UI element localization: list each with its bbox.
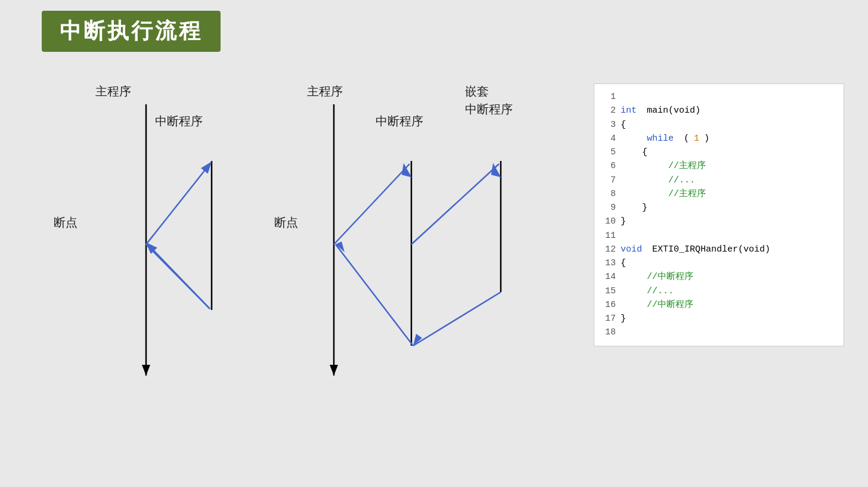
code-text: while bbox=[647, 132, 674, 145]
code-text: //... bbox=[647, 284, 674, 298]
line-number: 2 bbox=[604, 104, 616, 117]
code-panel: 1 2int main(void)3{4 while (1)5 {6 //主程序… bbox=[594, 83, 844, 346]
code-text bbox=[621, 284, 642, 298]
code-text bbox=[621, 159, 664, 173]
code-line: 11 bbox=[604, 229, 834, 243]
code-line: 10} bbox=[604, 215, 834, 228]
line-number: 12 bbox=[604, 243, 616, 256]
line-number: 16 bbox=[604, 298, 616, 312]
code-line: 18 bbox=[604, 325, 834, 339]
code-text bbox=[621, 229, 626, 243]
code-text: main(void) bbox=[647, 104, 700, 117]
code-line: 16 //中断程序 bbox=[604, 298, 834, 312]
code-text bbox=[621, 132, 642, 145]
code-text: int bbox=[621, 104, 642, 117]
svg-marker-7 bbox=[330, 365, 338, 376]
code-text: } bbox=[621, 201, 647, 215]
code-text: } bbox=[621, 215, 626, 228]
svg-marker-1 bbox=[142, 365, 150, 376]
code-line: 17} bbox=[604, 312, 834, 325]
code-text: { bbox=[621, 145, 647, 159]
code-text: EXTI0_IRQHandler(void) bbox=[647, 243, 770, 256]
line-number: 4 bbox=[604, 132, 616, 145]
svg-marker-17 bbox=[413, 334, 422, 346]
line-number: 10 bbox=[604, 215, 616, 228]
code-line: 15 //... bbox=[604, 284, 834, 298]
diagram1-svg bbox=[54, 83, 244, 393]
code-line: 7 //... bbox=[604, 173, 834, 187]
code-text: 1 bbox=[694, 132, 699, 145]
code-line: 1 bbox=[604, 90, 834, 104]
svg-line-10 bbox=[334, 164, 410, 244]
line-number: 7 bbox=[604, 173, 616, 187]
code-line: 4 while (1) bbox=[604, 132, 834, 145]
line-number: 1 bbox=[604, 90, 616, 104]
line-number: 8 bbox=[604, 187, 616, 201]
line-number: 6 bbox=[604, 159, 616, 173]
svg-line-15 bbox=[336, 244, 413, 346]
code-text bbox=[621, 270, 642, 284]
code-line: 2int main(void) bbox=[604, 104, 834, 117]
diagram2-svg bbox=[274, 83, 584, 393]
code-text bbox=[621, 325, 626, 339]
code-text: //主程序 bbox=[668, 187, 706, 201]
code-text: ( bbox=[678, 132, 689, 145]
code-text: { bbox=[621, 256, 626, 270]
code-text: //中断程序 bbox=[647, 270, 693, 284]
code-text: //中断程序 bbox=[647, 298, 693, 312]
svg-line-3 bbox=[146, 164, 210, 244]
title-bar: 中断执行流程 bbox=[42, 11, 221, 52]
code-line: 5 { bbox=[604, 145, 834, 159]
code-text bbox=[621, 173, 664, 187]
page-title: 中断执行流程 bbox=[60, 17, 203, 46]
code-line: 12void EXTI0_IRQHandler(void) bbox=[604, 243, 834, 256]
line-number: 14 bbox=[604, 270, 616, 284]
code-text: } bbox=[621, 312, 626, 325]
svg-line-12 bbox=[411, 164, 499, 244]
line-number: 13 bbox=[604, 256, 616, 270]
line-number: 15 bbox=[604, 284, 616, 298]
code-text bbox=[621, 90, 626, 104]
line-number: 9 bbox=[604, 201, 616, 215]
line-number: 5 bbox=[604, 145, 616, 159]
diagram2: 主程序 中断程序 嵌套 中断程序 断点 bbox=[274, 83, 584, 393]
code-text: void bbox=[621, 243, 642, 256]
code-text bbox=[621, 187, 664, 201]
code-line: 14 //中断程序 bbox=[604, 270, 834, 284]
code-line: 13{ bbox=[604, 256, 834, 270]
line-number: 11 bbox=[604, 229, 616, 243]
code-text: //... bbox=[668, 173, 695, 187]
code-text: ) bbox=[704, 132, 709, 145]
line-number: 3 bbox=[604, 118, 616, 132]
svg-line-14 bbox=[413, 292, 501, 346]
line-number: 17 bbox=[604, 312, 616, 325]
line-number: 18 bbox=[604, 325, 616, 339]
svg-line-5 bbox=[148, 244, 210, 309]
code-text bbox=[621, 298, 642, 312]
code-line: 6 //主程序 bbox=[604, 159, 834, 173]
code-container: 1 2int main(void)3{4 while (1)5 {6 //主程序… bbox=[604, 90, 834, 340]
code-text: { bbox=[621, 118, 626, 132]
code-line: 9 } bbox=[604, 201, 834, 215]
code-line: 3{ bbox=[604, 118, 834, 132]
diagram1: 主程序 中断程序 断点 bbox=[54, 83, 244, 393]
code-text: //主程序 bbox=[668, 159, 706, 173]
code-line: 8 //主程序 bbox=[604, 187, 834, 201]
